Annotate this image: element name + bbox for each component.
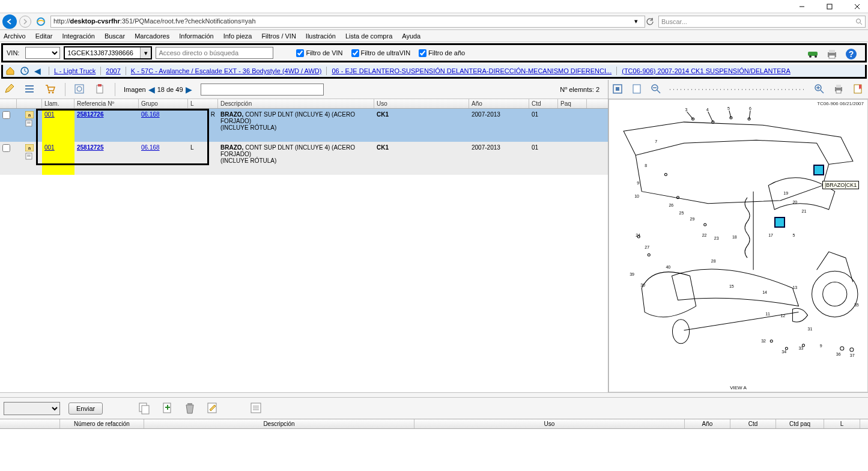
page-icon[interactable]	[631, 84, 643, 96]
note-icon[interactable]	[206, 401, 220, 416]
menu-ayuda[interactable]: Ayuda	[402, 32, 420, 40]
menu-info-pieza[interactable]: Info pieza	[223, 32, 252, 40]
col-llam[interactable]: Llam.	[42, 99, 74, 108]
back-button[interactable]	[2, 14, 17, 29]
history-icon[interactable]	[20, 66, 29, 76]
image-prev-button[interactable]: ◀	[148, 85, 155, 94]
col-ctd[interactable]: Ctd	[529, 99, 558, 108]
side-value: L	[188, 142, 218, 175]
menu-marcadores[interactable]: Marcadores	[135, 32, 169, 40]
vehicle-icon[interactable]	[807, 48, 820, 61]
preview-icon[interactable]	[74, 84, 86, 96]
clipboard-icon[interactable]	[94, 84, 106, 96]
action-select[interactable]	[4, 402, 60, 415]
breadcrumb-link-1[interactable]: 2007	[106, 67, 120, 74]
menu-buscar[interactable]: Buscar	[105, 32, 125, 40]
breadcrumb-link-0[interactable]: L - Light Truck	[54, 67, 96, 74]
filter-ano-checkbox[interactable]: Filtro de año	[419, 49, 465, 57]
enviar-button[interactable]: Enviar	[68, 403, 103, 415]
menu-informacion[interactable]: Información	[179, 32, 213, 40]
image-next-button[interactable]: ▶	[186, 85, 192, 94]
list-icon[interactable]	[24, 84, 36, 96]
row-checkbox[interactable]	[2, 111, 10, 119]
diagram-callout-2[interactable]	[774, 217, 785, 228]
grupo-link[interactable]: 06.168	[141, 144, 160, 151]
print-icon[interactable]	[833, 84, 845, 96]
home-icon[interactable]	[5, 66, 15, 76]
footer-col-ref[interactable]: Número de refacción	[60, 419, 144, 428]
col-uso[interactable]: Uso	[374, 99, 469, 108]
menu-filtros-vin[interactable]: Filtros / VIN	[261, 32, 296, 40]
forward-button[interactable]	[19, 16, 31, 28]
breadcrumb-back-icon[interactable]: ◀	[34, 66, 44, 76]
edit-icon[interactable]	[4, 84, 16, 96]
menu-editar[interactable]: Editar	[35, 32, 53, 40]
diagram-viewer[interactable]: TC06-906 06/21/2007	[609, 99, 868, 392]
breadcrumb-link-2[interactable]: K - 57C - Avalanche / Escalade EXT - 36 …	[131, 67, 322, 74]
col-grupo[interactable]: Grupo	[139, 99, 188, 108]
help-icon[interactable]: ?	[845, 48, 858, 61]
doc-icon[interactable]	[25, 120, 34, 127]
url-dropdown-icon[interactable]: ▾	[634, 17, 638, 25]
filter-vin-checkbox[interactable]: Filtro de VIN	[296, 49, 342, 57]
svg-text:13: 13	[792, 285, 797, 290]
vin-type-select[interactable]	[25, 47, 60, 59]
llam-link[interactable]: 001	[44, 111, 55, 118]
footer-col-blank[interactable]	[0, 419, 60, 428]
cart-icon[interactable]	[44, 84, 56, 96]
col-ano[interactable]: Año	[469, 99, 529, 108]
svg-text:3: 3	[685, 108, 688, 112]
vin-input[interactable]	[65, 47, 140, 58]
footer-col-ctd[interactable]: Ctd	[730, 419, 776, 428]
footer-col-l[interactable]: L	[824, 419, 860, 428]
window-minimize-button[interactable]	[794, 1, 810, 13]
menu-ilustracion[interactable]: Ilustración	[306, 32, 336, 40]
print-icon[interactable]	[826, 48, 839, 61]
grupo-link[interactable]: 06.168	[141, 111, 160, 118]
zoom-in-icon[interactable]	[814, 84, 826, 96]
row-checkbox[interactable]	[2, 144, 10, 152]
note-icon[interactable]: a	[25, 111, 34, 118]
window-maximize-button[interactable]	[821, 1, 838, 13]
breadcrumb-link-3[interactable]: 06 - EJE DELANTERO-SUSPENSIÓN DELANTERA-…	[332, 67, 612, 74]
lines-icon[interactable]	[249, 401, 264, 416]
browser-search-box[interactable]: Buscar...	[658, 16, 866, 28]
breadcrumb-link-4[interactable]: (TC06-906) 2007-2014 CK1 SUSPENSIÓN/DELA…	[622, 67, 791, 74]
filter-ultravin-checkbox[interactable]: Filtro de ultraVIN	[351, 49, 411, 57]
address-bar[interactable]: http://desktop-cvsrfhr:351/PQMace/root.f…	[50, 16, 645, 28]
ref-link[interactable]: 25812726	[77, 111, 104, 118]
diagram-callout-1[interactable]	[813, 165, 824, 175]
vin-dropdown-button[interactable]: ▾	[140, 47, 151, 58]
fit-icon[interactable]	[612, 84, 624, 96]
doc-icon[interactable]	[25, 153, 34, 160]
footer-col-desc[interactable]: Descripción	[144, 419, 414, 428]
svg-text:32: 32	[761, 339, 766, 343]
window-close-button[interactable]	[849, 1, 866, 13]
quick-search-input[interactable]	[156, 47, 273, 59]
ref-link[interactable]: 25812725	[77, 144, 104, 151]
copy-icon[interactable]	[138, 401, 152, 416]
footer-col-ano[interactable]: Año	[685, 419, 730, 428]
llam-link[interactable]: 001	[44, 144, 55, 151]
table-row[interactable]: a 001 25812726 06.168 R BRAZO, CONT SUP …	[0, 109, 608, 142]
bookmark-icon[interactable]	[852, 84, 864, 96]
menu-integracion[interactable]: Integración	[62, 32, 94, 40]
delete-icon[interactable]	[183, 401, 198, 416]
footer-col-uso[interactable]: Uso	[414, 419, 685, 428]
parts-search-input[interactable]	[201, 84, 324, 96]
footer-col-ctdpaq[interactable]: Ctd paq	[776, 419, 824, 428]
col-ref[interactable]: Referencia Nº	[74, 99, 139, 108]
zoom-slider[interactable]	[670, 89, 807, 90]
note-icon[interactable]: a	[25, 144, 34, 151]
zoom-out-icon[interactable]	[651, 84, 663, 96]
col-paq[interactable]: Paq	[558, 99, 587, 108]
refresh-button[interactable]	[644, 16, 656, 28]
col-l[interactable]: L	[188, 99, 218, 108]
svg-text:9: 9	[820, 344, 822, 348]
menu-lista-compra[interactable]: Lista de compra	[345, 32, 392, 40]
col-desc[interactable]: Descripción	[218, 99, 374, 108]
svg-rect-24	[98, 84, 102, 87]
add-icon[interactable]	[160, 401, 175, 416]
menu-archivo[interactable]: Archivo	[4, 32, 26, 40]
table-row[interactable]: a 001 25812725 06.168 L BRAZO, CONT SUP …	[0, 142, 608, 175]
